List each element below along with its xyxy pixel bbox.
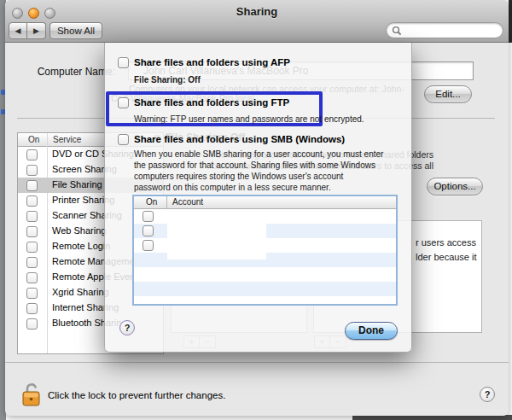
- service-checkbox[interactable]: [26, 211, 38, 222]
- search-input[interactable]: [386, 22, 503, 38]
- service-checkbox[interactable]: [26, 288, 38, 299]
- service-checkbox[interactable]: [26, 318, 38, 330]
- smb-note-line4: password on this computer in a less secu…: [134, 183, 331, 192]
- smb-accounts-table: On Account: [132, 195, 398, 306]
- smb-checkbox[interactable]: [118, 134, 129, 145]
- account-checkbox[interactable]: [143, 211, 154, 222]
- ftp-warning: Warning: FTP user names and passwords ar…: [134, 114, 364, 124]
- ftp-checkbox[interactable]: [118, 97, 129, 108]
- users-text-fragment2: lder because it: [416, 252, 477, 262]
- service-checkbox[interactable]: [26, 242, 38, 253]
- service-checkbox[interactable]: [26, 165, 38, 176]
- computer-name-label: Computer Name:: [34, 66, 115, 78]
- back-icon: ◀: [15, 26, 21, 35]
- edit-button[interactable]: Edit...: [424, 85, 472, 103]
- service-checkbox[interactable]: [26, 195, 38, 207]
- smb-note-line3: computers requires storing the Windows u…: [134, 172, 343, 181]
- service-checkbox[interactable]: [26, 257, 38, 268]
- popover-help-button[interactable]: ?: [119, 320, 135, 335]
- show-all-button[interactable]: Show All: [49, 22, 102, 39]
- afp-label: Share files and folders using AFP: [134, 57, 290, 67]
- window-title: Sharing: [5, 5, 509, 18]
- users-text-fragment1: r users access: [416, 237, 476, 248]
- lock-icon[interactable]: [20, 381, 43, 410]
- footer-divider: [5, 362, 509, 363]
- table-row[interactable]: [134, 282, 396, 296]
- forward-button[interactable]: ▶: [27, 22, 46, 39]
- minimize-button[interactable]: [28, 8, 39, 19]
- lock-hint-text: Click the lock to prevent further change…: [48, 390, 225, 400]
- account-checkbox[interactable]: [143, 225, 154, 236]
- redacted-account-names: [167, 208, 266, 260]
- service-checkbox[interactable]: [26, 149, 38, 160]
- background-window-topright: [509, 0, 512, 43]
- close-button[interactable]: [12, 8, 23, 19]
- sharing-preferences-window: Sharing ◀ ▶ Show All Computer Name: John…: [0, 0, 512, 420]
- column-separator: [166, 196, 167, 208]
- afp-checkbox[interactable]: [118, 57, 129, 68]
- accounts-table-header: On Account: [134, 196, 396, 209]
- ftp-label: Share files and folders using FTP: [134, 97, 289, 108]
- back-button[interactable]: ◀: [9, 22, 27, 39]
- col-service: Service: [53, 135, 81, 144]
- done-button[interactable]: Done: [345, 322, 398, 340]
- smb-note-line1: When you enable SMB sharing for a user a…: [134, 149, 383, 159]
- service-checkbox[interactable]: [26, 180, 38, 191]
- nav-segment: ◀ ▶: [9, 22, 46, 39]
- service-checkbox[interactable]: [26, 226, 38, 237]
- options-button[interactable]: Options...: [427, 178, 483, 195]
- col-account: Account: [172, 197, 203, 207]
- help-button[interactable]: ?: [480, 387, 495, 402]
- col-on: On: [28, 135, 39, 144]
- service-checkbox[interactable]: [26, 272, 38, 283]
- afp-status: File Sharing: Off: [134, 75, 201, 85]
- service-checkbox[interactable]: [26, 303, 38, 314]
- account-checkbox[interactable]: [143, 240, 154, 251]
- forward-icon: ▶: [33, 26, 39, 35]
- col-on: On: [146, 197, 157, 207]
- smb-note-line2: the password for that account. Sharing f…: [134, 160, 375, 170]
- smb-label: Share files and folders using SMB (Windo…: [134, 134, 345, 144]
- search-icon: [392, 26, 402, 36]
- zoom-button[interactable]: [44, 8, 55, 19]
